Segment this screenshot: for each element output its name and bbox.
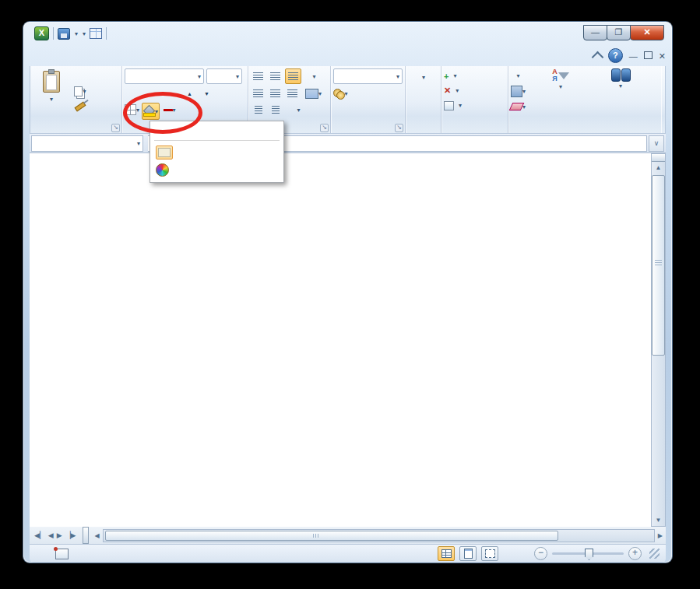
chevron-down-icon[interactable]: ▾ [50,96,53,103]
coins-icon [333,89,344,98]
view-page-layout-button[interactable] [459,546,477,561]
bold-button[interactable] [125,86,139,100]
tab-split-handle[interactable] [83,527,89,544]
fill-color-button[interactable]: ▾ [142,103,160,120]
increase-decimal-button[interactable] [333,103,350,114]
next-sheet-button[interactable]: ▶ [57,531,62,539]
font-name-select[interactable]: ▾ [125,68,204,84]
insert-cells-button[interactable]: +▾ [444,68,505,83]
clear-button[interactable]: ▾ [511,100,526,114]
grow-font-button[interactable]: ▲ [182,86,197,100]
undo-button[interactable]: ▾ [74,30,78,37]
italic-button[interactable] [142,86,157,100]
help-icon[interactable]: ? [608,48,623,63]
expand-formula-bar-button[interactable]: ∨ [649,135,664,152]
chevron-down-icon[interactable]: ▾ [75,30,78,37]
insert-icon: + [444,72,448,81]
comma-style-button[interactable] [368,86,382,100]
scroll-up-icon[interactable]: ▲ [656,162,662,174]
ribbon: ▾ ▾ ↘ ▾ ▾ ▾ ▲ ▼ [30,66,666,134]
find-select-button[interactable]: ▾ [596,68,645,114]
sort-filter-button[interactable]: АЯ ▾ [530,68,591,114]
doc-minimize-button[interactable]: — [629,51,638,61]
font-color-icon [164,109,173,111]
save-button[interactable] [58,28,70,40]
minimize-button[interactable]: — [583,25,607,40]
macro-record-icon[interactable] [55,549,69,559]
group-clipboard: ▾ ▾ ↘ [30,66,122,133]
borders-button[interactable]: ▾ [125,103,139,117]
brush-icon [75,102,86,112]
horizontal-scrollbar[interactable]: ◀ ▶ [92,527,666,544]
decrease-decimal-button[interactable] [353,103,370,114]
vertical-scrollbar[interactable]: ▲ ▼ [651,153,666,527]
excel-logo-icon[interactable]: X [34,26,49,40]
palette-icon [156,163,169,177]
scroll-down-icon[interactable]: ▼ [656,514,662,526]
prev-sheet-button[interactable]: ◀ [48,531,54,539]
scroll-right-icon[interactable]: ▶ [655,530,666,542]
zoom-slider-thumb[interactable] [585,549,593,560]
orientation-button[interactable]: ▾ [307,69,322,83]
sheet-nav-buttons: ◀▏ ◀ ▶ ▕▶ [30,527,81,544]
doc-restore-button[interactable] [644,51,653,61]
group-editing: ▾ ▾ ▾ АЯ ▾ ▾ [508,66,661,133]
align-left-button[interactable] [251,86,266,100]
scrollbar-thumb[interactable] [105,531,558,541]
cut-button[interactable] [72,68,89,82]
number-format-select[interactable]: ▾ [333,68,403,84]
align-bottom-button[interactable] [285,68,301,84]
separator [106,27,107,40]
doc-close-button[interactable]: ✕ [659,51,666,61]
merge-center-button[interactable]: ▾ [305,86,322,100]
copy-button[interactable]: ▾ [72,84,89,98]
align-center-button[interactable] [268,86,283,100]
font-size-select[interactable]: ▾ [206,68,242,84]
underline-button[interactable]: ▾ [159,86,174,100]
restore-button[interactable]: ❐ [607,25,631,40]
split-handle[interactable] [652,154,665,162]
dialog-launcher-icon[interactable]: ↘ [320,124,329,132]
autosum-button[interactable]: ▾ [511,68,526,82]
zoom-slider[interactable] [552,552,624,555]
zoom-in-button[interactable]: + [628,547,642,560]
view-page-break-button[interactable] [481,546,498,561]
scroll-left-icon[interactable]: ◀ [92,530,103,542]
decrease-indent-button[interactable] [251,103,266,117]
chevron-down-icon[interactable]: ▾ [83,30,86,37]
fill-down-button[interactable]: ▾ [511,84,526,98]
view-normal-button[interactable] [438,546,455,561]
percent-button[interactable] [350,86,365,100]
font-color-button[interactable]: ▾ [162,103,177,117]
dialog-launcher-icon[interactable]: ↘ [111,124,120,132]
dialog-launcher-icon[interactable]: ↘ [395,124,403,132]
align-right-button[interactable] [285,86,300,100]
cell-styles-button[interactable]: ▾ [408,68,439,119]
resize-grip[interactable] [649,549,660,559]
more-colors-item[interactable] [154,161,280,179]
collapse-ribbon-icon[interactable] [592,51,604,64]
fill-color-icon [143,106,155,117]
wrap-text-button[interactable]: ▾ [291,103,306,117]
paste-button[interactable]: ▾ [33,68,70,122]
format-painter-button[interactable] [72,100,89,114]
scrollbar-track[interactable] [103,529,655,542]
first-sheet-button[interactable]: ◀▏ [34,531,45,539]
delete-cells-button[interactable]: ✕▾ [444,83,505,98]
name-box[interactable]: ▾ [31,135,143,152]
align-middle-button[interactable] [268,69,283,83]
no-fill-item[interactable] [154,143,280,161]
chevron-down-icon[interactable]: ▾ [137,140,140,147]
zoom-out-button[interactable]: − [534,547,547,560]
fill-down-icon [511,86,522,97]
table-tool-button[interactable] [90,28,102,39]
scrollbar-thumb[interactable] [652,175,665,356]
accounting-format-button[interactable]: ▾ [333,86,348,100]
last-sheet-button[interactable]: ▕▶ [65,531,76,539]
shrink-font-button[interactable]: ▼ [199,86,214,100]
format-cells-button[interactable]: ▾ [444,98,505,113]
redo-button[interactable]: ▾ [82,30,86,37]
increase-indent-button[interactable] [268,103,283,117]
align-top-button[interactable] [251,69,266,83]
close-button[interactable]: ✕ [630,25,664,40]
